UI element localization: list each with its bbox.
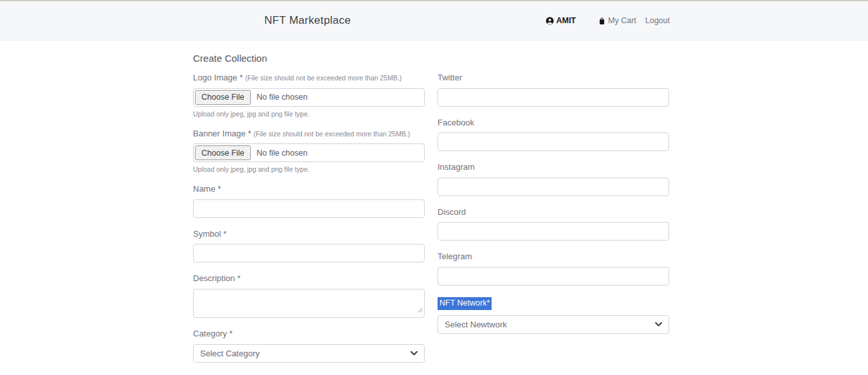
nft-network-label: NFT Network* xyxy=(438,297,492,310)
name-group: Name * xyxy=(193,184,425,218)
user-menu[interactable]: AMIT xyxy=(546,16,576,25)
banner-size-note: (File size should not be exceeded more t… xyxy=(254,130,410,138)
telegram-label: Telegram xyxy=(438,252,669,262)
instagram-input[interactable] xyxy=(438,178,669,196)
logo-filetype-hint: Upload only jpeg, jpg and png file type. xyxy=(193,110,425,118)
page-title: Create Collection xyxy=(193,53,669,64)
name-input[interactable] xyxy=(193,199,425,218)
user-name: AMIT xyxy=(556,16,576,25)
facebook-label: Facebook xyxy=(438,118,669,128)
symbol-label: Symbol * xyxy=(193,229,425,239)
instagram-group: Instagram xyxy=(438,162,669,196)
nft-network-group: NFT Network* Select Newtwork xyxy=(438,297,669,334)
logo-choose-file-button[interactable]: Choose File xyxy=(195,90,251,105)
form-left-column: Logo Image * (File size should not be ex… xyxy=(193,73,425,375)
form-right-column: Twitter Facebook Instagram Discord Teleg… xyxy=(438,73,669,375)
banner-file-input[interactable]: Choose File No file chosen xyxy=(193,143,425,162)
symbol-group: Symbol * xyxy=(193,229,425,263)
my-cart-link[interactable]: My Cart xyxy=(598,16,636,25)
category-label: Category * xyxy=(193,329,425,339)
brand-title: NFT Marketplace xyxy=(264,14,351,27)
my-cart-label: My Cart xyxy=(608,16,636,25)
logo-image-label: Logo Image * (File size should not be ex… xyxy=(193,73,425,83)
discord-input[interactable] xyxy=(438,222,669,241)
description-label: Description * xyxy=(193,273,425,284)
create-collection-form: Create Collection Logo Image * (File siz… xyxy=(193,41,669,375)
banner-filetype-hint: Upload only jpeg, jpg and png file type. xyxy=(193,165,425,173)
twitter-input[interactable] xyxy=(438,88,669,107)
logout-link[interactable]: Logout xyxy=(645,16,670,25)
logout-label: Logout xyxy=(645,16,670,25)
top-navbar: NFT Marketplace AMIT xyxy=(0,0,868,41)
category-select[interactable]: Select Category xyxy=(193,344,425,363)
symbol-input[interactable] xyxy=(193,244,425,262)
discord-label: Discord xyxy=(438,207,669,217)
category-group: Category * Select Category xyxy=(193,329,425,363)
logo-size-note: (File size should not be exceeded more t… xyxy=(245,74,402,82)
telegram-input[interactable] xyxy=(438,267,669,286)
logo-image-group: Logo Image * (File size should not be ex… xyxy=(193,73,425,118)
banner-image-label: Banner Image * (File size should not be … xyxy=(193,129,425,139)
banner-image-group: Banner Image * (File size should not be … xyxy=(193,129,425,174)
description-textarea[interactable] xyxy=(193,289,425,318)
banner-choose-file-button[interactable]: Choose File xyxy=(195,145,251,160)
name-label: Name * xyxy=(193,184,425,194)
shopping-bag-icon xyxy=(598,17,606,25)
logo-file-status: No file chosen xyxy=(257,93,308,102)
logo-file-input[interactable]: Choose File No file chosen xyxy=(193,88,425,107)
nft-network-select[interactable]: Select Newtwork xyxy=(438,315,669,334)
discord-group: Discord xyxy=(438,207,669,241)
description-group: Description * xyxy=(193,273,425,318)
twitter-label: Twitter xyxy=(438,73,669,83)
telegram-group: Telegram xyxy=(438,252,669,286)
header-nav: AMIT My Cart Logout xyxy=(546,16,670,25)
user-circle-icon xyxy=(546,17,554,25)
instagram-label: Instagram xyxy=(438,162,669,172)
facebook-group: Facebook xyxy=(438,118,669,152)
facebook-input[interactable] xyxy=(438,133,669,151)
twitter-group: Twitter xyxy=(438,73,669,107)
banner-file-status: No file chosen xyxy=(257,149,308,158)
